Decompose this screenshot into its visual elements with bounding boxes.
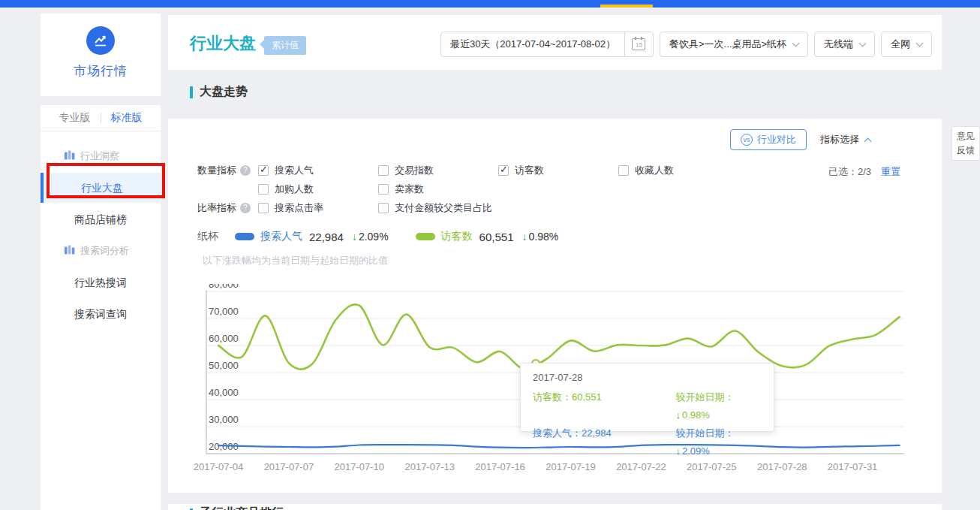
checkbox-search-popularity[interactable]: 搜索人气 [258, 164, 378, 177]
cumulative-value-badge: 累计值 [264, 36, 306, 55]
legend-item-visitors[interactable]: 访客数 60,551 ↓0.98% [416, 230, 559, 243]
blue-series-pill-icon [235, 233, 254, 240]
checkbox-label: 支付金额较父类目占比 [395, 201, 492, 215]
down-arrow-icon: ↓ [675, 445, 681, 457]
filter-row: 数量指标?搜索人气交易指数访客数收藏人数 [197, 161, 738, 180]
checkbox-box[interactable] [258, 184, 269, 195]
checkbox-search-ctr[interactable]: 搜索点击率 [258, 201, 378, 215]
page-title: 行业大盘 [190, 32, 256, 55]
checkbox-box[interactable] [258, 165, 269, 176]
next-section-title: 子行业商品排行 [200, 505, 284, 510]
metric-group-label-ratio-metrics: 比率指标? [197, 201, 258, 215]
category-select-value: 餐饮具>一次...桌用品>纸杯 [669, 38, 786, 51]
sidebar-item-search-term-query[interactable]: 搜索词查询 [41, 298, 161, 330]
x-axis-label: 2017-07-07 [264, 461, 314, 472]
app-title: 市场行情 [41, 62, 161, 80]
y-axis-label: 40,000 [209, 387, 239, 398]
x-axis-label: 2017-07-16 [475, 461, 525, 472]
top-nav-active-indicator [600, 5, 653, 8]
chart-legend: 纸杯 搜索人气 22,984 ↓2.09% 访客数 60,551 ↓0.98% [197, 230, 585, 243]
y-axis-label: 70,000 [209, 306, 239, 317]
x-axis-label: 2017-07-25 [687, 461, 737, 472]
green-series-pill-icon [416, 233, 435, 240]
calendar-icon[interactable]: 15 [624, 32, 653, 56]
down-arrow-icon: ↓ [352, 231, 357, 243]
terminal-select-value: 无线端 [824, 38, 853, 51]
tooltip-date: 2017-07-28 [533, 372, 762, 383]
chevron-down-icon [792, 40, 800, 47]
books-icon [65, 245, 75, 257]
checkbox-label: 访客数 [515, 164, 544, 177]
tab-divider [101, 113, 101, 123]
y-axis-label: 30,000 [209, 414, 239, 425]
panel-tools: vs 行业对比 指标选择 [730, 129, 870, 150]
page: 市场行情 专业版标准版 行业洞察行业大盘商品店铺榜搜索词分析行业热搜词搜索词查询… [0, 0, 980, 510]
series-line-访客数[interactable] [218, 304, 900, 369]
checkbox-label: 加购人数 [275, 183, 314, 196]
version-tab-pro[interactable]: 专业版 [59, 111, 91, 125]
annotation-highlight-box [47, 163, 165, 198]
date-range-text: 最近30天（2017-07-04~2017-08-02） [441, 38, 624, 51]
checkbox-transaction-index[interactable]: 交易指数 [378, 164, 498, 177]
industry-compare-button[interactable]: vs 行业对比 [730, 129, 807, 150]
scope-select-value: 全网 [891, 38, 910, 51]
y-axis-label: 50,000 [209, 360, 239, 371]
sidebar-item-industry-hot-search[interactable]: 行业热搜词 [41, 267, 161, 298]
checkbox-payment-share-vs-parent[interactable]: 支付金额较父类目占比 [378, 201, 498, 215]
tooltip-row-search-popularity: 搜索人气：22,984 较开始日期：↓2.09% [533, 424, 762, 460]
feedback-tab[interactable]: 意见 反馈 [951, 126, 980, 161]
top-nav-bar [0, 0, 980, 8]
trend-panel: vs 行业对比 指标选择 数量指标?搜索人气交易指数访客数收藏人数加购人数卖家数… [168, 119, 942, 493]
filter-row: 加购人数卖家数 [197, 180, 738, 198]
selected-count: 已选：2/3 [828, 165, 871, 179]
market-trend-logo-icon [86, 26, 115, 55]
title-card: 行业大盘 累计值 最近30天（2017-07-04~2017-08-02） 15… [168, 15, 942, 70]
vs-icon: vs [741, 134, 753, 146]
checkbox-favorite-count[interactable]: 收藏人数 [618, 164, 738, 177]
help-icon[interactable]: ? [240, 203, 251, 213]
checkbox-box[interactable] [498, 165, 509, 176]
metric-group-label-quantity-metrics: 数量指标? [197, 164, 258, 177]
next-section-card-cutoff: 子行业商品排行 [168, 504, 942, 510]
checkbox-add-cart-count[interactable]: 加购人数 [258, 183, 378, 196]
legend-category: 纸杯 [197, 230, 218, 243]
chevron-down-icon [916, 40, 924, 47]
checkbox-label: 卖家数 [395, 183, 424, 196]
legend-item-search-popularity[interactable]: 搜索人气 22,984 ↓2.09% [235, 230, 389, 243]
checkbox-seller-count[interactable]: 卖家数 [378, 183, 498, 196]
tooltip-row-visitors: 访客数：60,551 较开始日期：↓0.98% [533, 388, 762, 424]
chart-tooltip: 2017-07-28 访客数：60,551 较开始日期：↓0.98% 搜索人气：… [520, 363, 774, 432]
section-header: 大盘走势 [190, 84, 248, 100]
terminal-select[interactable]: 无线端 [814, 32, 875, 57]
x-axis-label: 2017-07-19 [546, 461, 596, 472]
reset-link[interactable]: 重置 [881, 165, 900, 179]
date-range-picker[interactable]: 最近30天（2017-07-04~2017-08-02） 15 [440, 32, 654, 57]
sidebar-item-product-shop-rank[interactable]: 商品店铺榜 [41, 204, 161, 235]
version-tab-standard[interactable]: 标准版 [111, 111, 143, 125]
metric-selector-toggle[interactable]: 指标选择 [820, 133, 870, 146]
checkbox-label: 搜索人气 [275, 164, 314, 177]
checkbox-box[interactable] [378, 165, 389, 176]
section-title: 大盘走势 [200, 84, 248, 100]
checkbox-box[interactable] [258, 203, 269, 213]
version-tabs: 专业版标准版 [41, 105, 161, 131]
help-icon[interactable]: ? [240, 165, 251, 176]
checkbox-box[interactable] [618, 165, 629, 176]
books-icon [65, 150, 75, 162]
checkbox-visitor-count[interactable]: 访客数 [498, 164, 618, 177]
checkbox-box[interactable] [378, 184, 389, 195]
chart-note: 以下涨跌幅均为当前日期与起始日期的比值 [203, 254, 388, 267]
sidebar-group-search-term-analysis: 搜索词分析 [41, 235, 161, 267]
x-axis-label: 2017-07-04 [194, 461, 244, 472]
chevron-up-icon [864, 137, 872, 145]
chevron-down-icon [859, 40, 867, 47]
down-arrow-icon: ↓ [675, 409, 681, 421]
header-controls: 最近30天（2017-07-04~2017-08-02） 15 餐饮具>一次..… [440, 32, 932, 57]
category-select[interactable]: 餐饮具>一次...桌用品>纸杯 [660, 32, 808, 57]
checkbox-box[interactable] [378, 203, 389, 213]
checkbox-label: 交易指数 [395, 164, 434, 177]
checkbox-label: 搜索点击率 [275, 201, 323, 215]
scope-select[interactable]: 全网 [881, 32, 932, 57]
selection-summary: 已选：2/3 重置 [828, 165, 900, 179]
x-axis-label: 2017-07-13 [404, 461, 455, 472]
